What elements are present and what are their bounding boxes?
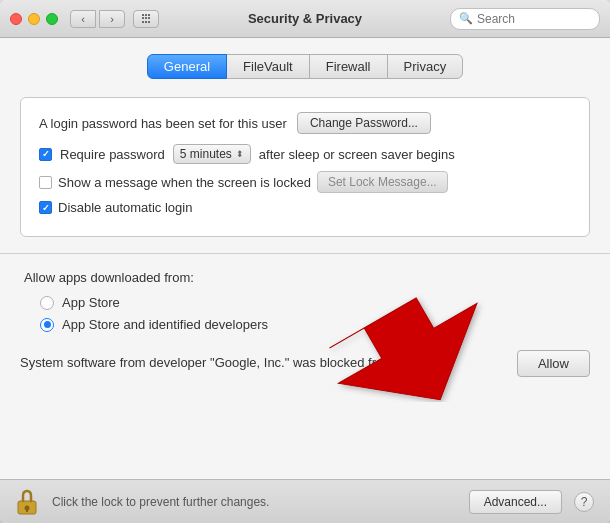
tab-general[interactable]: General (147, 54, 227, 79)
content-area: General FileVault Firewall Privacy A log… (0, 38, 610, 479)
search-box[interactable]: 🔍 (450, 8, 600, 30)
show-message-row: Show a message when the screen is locked… (39, 171, 571, 193)
main-window: ‹ › Security & Privacy 🔍 General FileVau… (0, 0, 610, 523)
require-password-checkbox[interactable] (39, 148, 52, 161)
login-text: A login password has been set for this u… (39, 116, 287, 131)
grid-icon (142, 14, 151, 23)
tab-privacy[interactable]: Privacy (387, 54, 464, 79)
advanced-button[interactable]: Advanced... (469, 490, 562, 514)
require-password-label: Require password (60, 147, 165, 162)
lock-text: Click the lock to prevent further change… (52, 495, 457, 509)
bottom-bar: Click the lock to prevent further change… (0, 479, 610, 523)
grid-button[interactable] (133, 10, 159, 28)
show-message-checkbox[interactable] (39, 176, 52, 189)
tabs-container: General FileVault Firewall Privacy (20, 54, 590, 79)
app-store-label: App Store (62, 295, 120, 310)
change-password-button[interactable]: Change Password... (297, 112, 431, 134)
set-lock-message-button[interactable]: Set Lock Message... (317, 171, 448, 193)
window-title: Security & Privacy (248, 11, 362, 26)
minimize-button[interactable] (28, 13, 40, 25)
app-store-radio-row: App Store (40, 295, 590, 310)
disable-autologin-label: Disable automatic login (58, 200, 192, 215)
disable-autologin-row: Disable automatic login (39, 200, 571, 215)
lock-svg (16, 488, 38, 516)
nav-buttons: ‹ › (70, 10, 125, 28)
app-store-developers-radio[interactable] (40, 318, 54, 332)
login-row: A login password has been set for this u… (39, 112, 571, 134)
maximize-button[interactable] (46, 13, 58, 25)
top-section: A login password has been set for this u… (20, 97, 590, 237)
back-button[interactable]: ‹ (70, 10, 96, 28)
app-store-developers-radio-row: App Store and identified developers (40, 317, 590, 332)
tab-firewall[interactable]: Firewall (309, 54, 388, 79)
tab-filevault[interactable]: FileVault (226, 54, 310, 79)
password-time-dropdown[interactable]: 5 minutes ⬍ (173, 144, 251, 164)
disable-autologin-checkbox[interactable] (39, 201, 52, 214)
lock-icon[interactable] (16, 488, 40, 516)
blocked-software-text: System software from developer "Google, … (20, 354, 505, 372)
chevron-down-icon: ⬍ (236, 149, 244, 159)
allow-apps-title: Allow apps downloaded from: (24, 270, 590, 285)
allow-button[interactable]: Allow (517, 350, 590, 377)
dropdown-value: 5 minutes (180, 147, 232, 161)
require-password-row: Require password 5 minutes ⬍ after sleep… (39, 144, 571, 164)
close-button[interactable] (10, 13, 22, 25)
traffic-lights (10, 13, 58, 25)
bottom-section: Allow apps downloaded from: App Store Ap… (20, 270, 590, 395)
search-input[interactable] (477, 12, 591, 26)
app-store-radio[interactable] (40, 296, 54, 310)
app-store-developers-label: App Store and identified developers (62, 317, 268, 332)
forward-button[interactable]: › (99, 10, 125, 28)
section-divider (0, 253, 610, 254)
after-sleep-label: after sleep or screen saver begins (259, 147, 455, 162)
blocked-software-row: System software from developer "Google, … (20, 342, 590, 385)
show-message-label: Show a message when the screen is locked (58, 175, 311, 190)
search-icon: 🔍 (459, 12, 473, 25)
help-button[interactable]: ? (574, 492, 594, 512)
titlebar: ‹ › Security & Privacy 🔍 (0, 0, 610, 38)
svg-rect-3 (26, 509, 28, 512)
